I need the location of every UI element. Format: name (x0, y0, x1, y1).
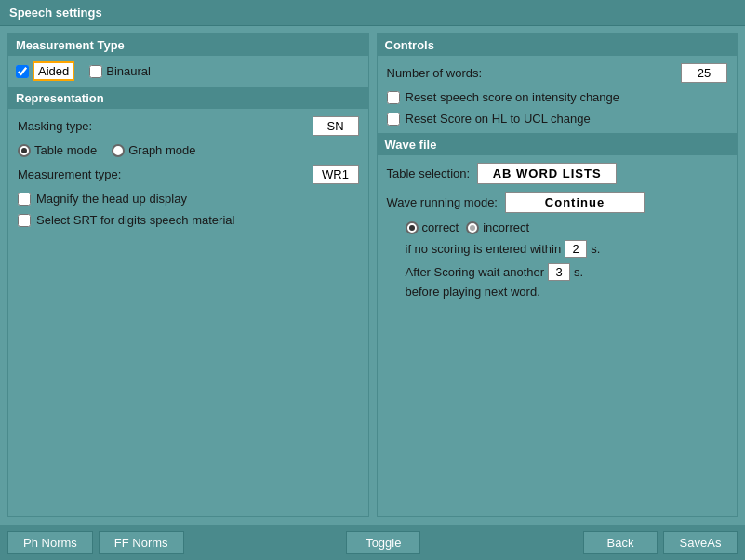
masking-type-label: Masking type: (18, 119, 92, 133)
graph-mode-radio[interactable] (112, 144, 125, 157)
right-panel: Controls Number of words: 25 Reset speec… (377, 33, 738, 517)
window-title: Speech settings (9, 6, 102, 20)
measurement-type-value: WR1 (313, 165, 359, 184)
left-panel: Measurement Type Aided Binaural Repres (7, 33, 369, 517)
representation-header: Representation (8, 87, 368, 109)
correct-incorrect-row: correct incorrect (387, 220, 728, 234)
representation-body: Masking type: SN Table mode Graph mode (8, 109, 368, 234)
table-mode-radio[interactable] (18, 144, 31, 157)
toggle-button[interactable]: Toggle (346, 531, 420, 554)
incorrect-item[interactable]: incorrect (466, 220, 529, 234)
magnify-checkbox[interactable] (18, 193, 31, 206)
aided-item: Aided (16, 61, 74, 81)
scoring-prefix: if no scoring is entered within (406, 242, 562, 256)
table-mode-item[interactable]: Table mode (18, 143, 97, 157)
reset-speech-row: Reset speech score on intensity change (387, 90, 728, 104)
graph-mode-label: Graph mode (128, 143, 195, 157)
ff-norms-button[interactable]: FF Norms (99, 531, 184, 554)
measurement-type-section: Measurement Type Aided Binaural (7, 33, 369, 87)
srt-row: Select SRT for digits speech material (18, 213, 359, 227)
after-scoring-row: After Scoring wait another s. (387, 263, 728, 281)
masking-type-value: SN (313, 116, 359, 136)
wave-header: Wave file (378, 134, 738, 155)
binaural-item: Binaural (89, 64, 151, 78)
table-selection-label: Table selection: (387, 167, 471, 180)
table-mode-label: Table mode (34, 143, 97, 157)
wave-running-label: Wave running mode: (387, 195, 498, 209)
scoring-input[interactable] (565, 240, 587, 258)
save-as-button[interactable]: SaveAs (663, 531, 738, 554)
after-scoring-input[interactable] (548, 263, 570, 281)
number-of-words-value: 25 (681, 63, 727, 83)
correct-item[interactable]: correct (406, 220, 459, 234)
wave-section: Wave file Table selection: AB WORD LISTS… (377, 134, 738, 517)
wave-running-row: Wave running mode: Continue (387, 192, 728, 213)
reset-score-row: Reset Score on HL to UCL change (387, 112, 728, 126)
reset-score-checkbox[interactable] (387, 113, 400, 126)
after-scoring-suffix: s. (574, 265, 583, 279)
wave-body: Table selection: AB WORD LISTS Wave runn… (378, 155, 738, 306)
incorrect-radio[interactable] (466, 221, 479, 234)
srt-label: Select SRT for digits speech material (36, 213, 234, 227)
mode-radio-row: Table mode Graph mode (18, 143, 359, 157)
title-bar: Speech settings (0, 0, 745, 26)
incorrect-label: incorrect (483, 220, 529, 234)
table-selection-row: Table selection: AB WORD LISTS (387, 163, 728, 184)
controls-header: Controls (378, 34, 738, 56)
magnify-row: Magnify the head up display (18, 192, 359, 206)
measurement-type-row: Measurement type: WR1 (18, 165, 359, 184)
measurement-type-label: Measurement type: (18, 167, 121, 181)
wave-running-value[interactable]: Continue (505, 192, 645, 213)
ph-norms-button[interactable]: Ph Norms (7, 531, 93, 554)
bottom-bar: Ph Norms FF Norms Toggle Back SaveAs (0, 525, 745, 560)
measurement-checkboxes: Aided Binaural (8, 56, 368, 87)
graph-mode-item[interactable]: Graph mode (112, 143, 195, 157)
representation-section: Representation Masking type: SN Table mo… (7, 87, 369, 517)
scoring-row: if no scoring is entered within s. (387, 240, 728, 258)
main-window: Speech settings Measurement Type Aided B… (0, 0, 745, 560)
reset-speech-checkbox[interactable] (387, 91, 400, 104)
correct-radio[interactable] (406, 221, 419, 234)
after-scoring-prefix: After Scoring wait another (406, 265, 545, 279)
before-playing-label: before playing next word. (406, 285, 540, 299)
masking-type-row: Masking type: SN (18, 116, 359, 136)
controls-section: Controls Number of words: 25 Reset speec… (377, 33, 738, 134)
number-of-words-label: Number of words: (387, 66, 483, 80)
reset-score-label: Reset Score on HL to UCL change (406, 112, 591, 126)
number-of-words-row: Number of words: 25 (387, 63, 728, 83)
content-area: Measurement Type Aided Binaural Repres (0, 26, 745, 525)
back-button[interactable]: Back (583, 531, 658, 554)
controls-body: Number of words: 25 Reset speech score o… (378, 56, 738, 133)
correct-label: correct (422, 220, 459, 234)
binaural-checkbox[interactable] (89, 65, 102, 78)
aided-checkbox[interactable] (16, 65, 29, 78)
magnify-label: Magnify the head up display (36, 192, 187, 206)
scoring-suffix: s. (591, 242, 600, 256)
aided-label: Aided (33, 61, 74, 81)
table-selection-value[interactable]: AB WORD LISTS (477, 163, 617, 184)
binaural-label: Binaural (106, 64, 151, 78)
srt-checkbox[interactable] (18, 214, 31, 227)
before-playing-row: before playing next word. (387, 285, 728, 299)
reset-speech-label: Reset speech score on intensity change (406, 90, 620, 104)
measurement-type-header: Measurement Type (8, 34, 368, 56)
